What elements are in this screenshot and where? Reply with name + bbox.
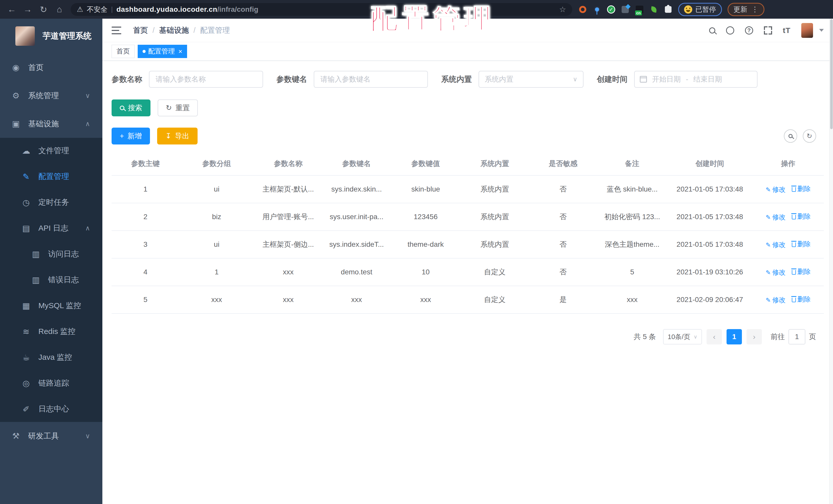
add-button[interactable]: + 新增 [112, 128, 150, 145]
sidebar-item-11[interactable]: ☕Java 监控 [0, 345, 102, 370]
tag-home[interactable]: 首页 [112, 45, 135, 58]
url-path: /infra/config [217, 5, 258, 13]
user-avatar[interactable] [801, 23, 813, 38]
sidebar-item-6[interactable]: ▤API 日志∧ [0, 215, 102, 241]
green-check-extension-icon[interactable]: ✓ [607, 5, 615, 14]
grid-extension-icon[interactable] [621, 5, 629, 14]
mysql-monitor-icon: ▦ [21, 301, 31, 311]
cell-name: 用户管理-账号... [254, 203, 323, 231]
export-button-label: 导出 [175, 131, 189, 141]
sidebar-item-8[interactable]: ▥错误日志 [0, 267, 102, 293]
prev-page-button[interactable]: ‹ [707, 329, 722, 345]
bookmark-star-icon[interactable]: ☆ [559, 5, 566, 14]
search-icon[interactable] [709, 27, 715, 33]
paused-badge[interactable]: 已暂停 [678, 3, 722, 16]
orange-ring-extension-icon[interactable] [578, 5, 587, 14]
delete-link[interactable]: 删除 [792, 267, 811, 276]
edit-link[interactable]: ✎修改 [766, 268, 786, 277]
puzzle-extensions-icon[interactable] [664, 5, 672, 14]
update-badge[interactable]: 更新 ⋮ [728, 3, 764, 16]
scrollbar-thumb[interactable] [830, 19, 833, 129]
main-column: 首页 / 基础设施 / 配置管理 ? tT 首页 配置管理 [102, 19, 833, 504]
sidebar-item-4[interactable]: ✎配置管理 [0, 163, 102, 190]
hamburger-icon[interactable] [112, 26, 122, 35]
home-icon[interactable]: ⌂ [53, 3, 66, 16]
cloud-upload-icon: ☁ [21, 146, 31, 156]
sidebar-item-7[interactable]: ▥访问日志 [0, 241, 102, 267]
access-log-icon: ▥ [31, 249, 41, 259]
tag-close-icon[interactable]: × [178, 48, 182, 55]
cell-actions: ✎修改删除 [753, 286, 824, 313]
refresh-table-button[interactable]: ↻ [803, 129, 816, 143]
edit-link[interactable]: ✎修改 [766, 213, 786, 222]
param-name-input[interactable] [149, 71, 263, 88]
sidebar-item-label: 研发工具 [28, 431, 59, 442]
cell-name: xxx [254, 286, 323, 313]
delete-link[interactable]: 删除 [792, 212, 811, 221]
filter-key-label: 参数键名 [277, 74, 307, 85]
fullscreen-icon[interactable] [764, 26, 772, 34]
avatar-caret-icon[interactable] [819, 29, 824, 32]
trash-icon [792, 270, 796, 275]
cell-value: skin-blue [391, 175, 461, 203]
pencil-icon: ✎ [766, 297, 771, 303]
toggle-search-button[interactable] [784, 129, 797, 143]
breadcrumb-separator: / [193, 26, 195, 34]
reset-button[interactable]: ↻ 重置 [158, 99, 198, 116]
column-header: 参数主键 [112, 152, 179, 175]
redis-monitor-icon: ≋ [21, 327, 31, 336]
sidebar-item-12[interactable]: ◎链路追踪 [0, 370, 102, 396]
edit-link[interactable]: ✎修改 [766, 241, 786, 249]
sidebar-item-9[interactable]: ▦MySQL 监控 [0, 293, 102, 319]
builtin-type-select[interactable]: 系统内置 ∨ [479, 71, 584, 88]
font-size-icon[interactable]: tT [783, 26, 790, 35]
export-button[interactable]: ↧ 导出 [157, 128, 197, 145]
delete-link[interactable]: 删除 [792, 240, 811, 249]
current-page-button[interactable]: 1 [727, 329, 742, 345]
cell-created: 2021-01-05 17:03:48 [667, 175, 753, 203]
cell-value: 123456 [391, 203, 461, 231]
create-time-range-picker[interactable]: 开始日期 - 结束日期 [634, 71, 758, 88]
delete-link[interactable]: 删除 [792, 295, 811, 304]
search-button[interactable]: 搜索 [112, 99, 150, 116]
tag-config-active[interactable]: 配置管理 × [138, 45, 187, 58]
help-icon[interactable]: ? [745, 26, 753, 34]
browser-toolbar: ← → ↻ ⌂ ⚠ 不安全 | dashboard.yudao.iocoder.… [0, 0, 833, 19]
next-page-button[interactable]: › [746, 329, 762, 345]
reload-icon[interactable]: ↻ [37, 3, 50, 16]
edit-icon: ✎ [21, 172, 31, 181]
column-header: 参数分组 [179, 152, 254, 175]
chevron-down-icon: ∨ [573, 76, 577, 83]
forward-icon[interactable]: → [21, 3, 34, 16]
sidebar-item-5[interactable]: ◷定时任务 [0, 190, 102, 215]
cn-extension-icon[interactable] [635, 5, 644, 14]
edit-link[interactable]: ✎修改 [766, 296, 786, 305]
sidebar-logo-row[interactable]: 芋道管理系统 [0, 19, 102, 53]
breadcrumb-home[interactable]: 首页 [133, 25, 148, 35]
param-key-input[interactable] [314, 71, 428, 88]
breadcrumb-infra[interactable]: 基础设施 [159, 25, 189, 35]
browser-menu-dots-icon[interactable]: ⋮ [752, 5, 759, 14]
delete-link[interactable]: 删除 [792, 184, 811, 193]
leaf-extension-icon[interactable] [649, 5, 658, 14]
edit-link[interactable]: ✎修改 [766, 185, 786, 194]
page-scrollbar[interactable] [829, 19, 833, 504]
calendar-icon [640, 76, 647, 83]
cell-value: theme-dark [391, 231, 461, 258]
sidebar-item-14[interactable]: ⚒研发工具∨ [0, 422, 102, 450]
cell-actions: ✎修改删除 [753, 203, 824, 231]
pin-extension-icon[interactable] [593, 5, 601, 14]
sidebar-item-1[interactable]: ⚙系统管理∨ [0, 81, 102, 110]
address-bar[interactable]: ⚠ 不安全 | dashboard.yudao.iocoder.cn/infra… [71, 3, 572, 16]
sidebar-item-10[interactable]: ≋Redis 监控 [0, 319, 102, 345]
cell-value: 10 [391, 258, 461, 286]
page-size-select[interactable]: 10条/页 ∨ [663, 329, 702, 345]
sidebar-item-13[interactable]: ✐日志中心 [0, 396, 102, 422]
goto-page-input[interactable] [788, 329, 805, 345]
sidebar-item-2[interactable]: ▣基础设施∧ [0, 110, 102, 138]
sidebar-item-3[interactable]: ☁文件管理 [0, 138, 102, 163]
back-icon[interactable]: ← [5, 3, 19, 16]
github-icon[interactable] [726, 26, 734, 34]
sidebar-item-0[interactable]: ◉首页 [0, 53, 102, 81]
table-row: 3ui主框架页-侧边...sys.index.sideT...theme-dar… [112, 231, 824, 258]
